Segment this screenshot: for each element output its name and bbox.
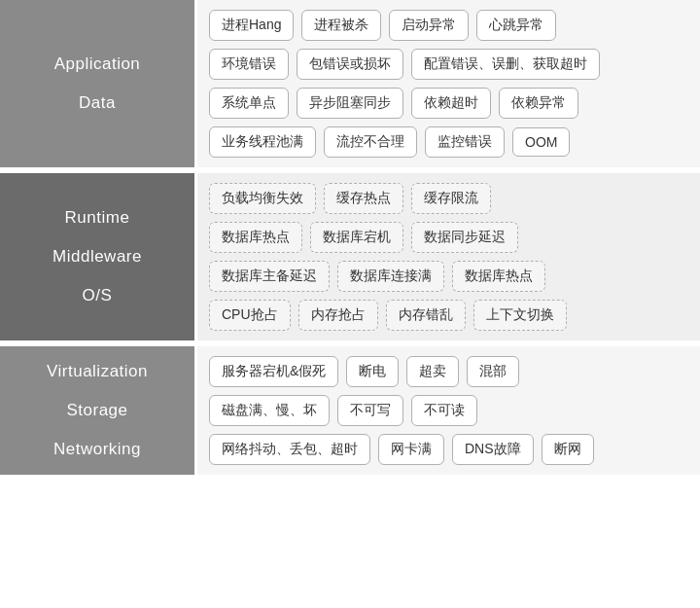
label-data: Data xyxy=(79,93,116,113)
tag-yilai-yichang: 依赖异常 xyxy=(499,88,578,119)
tag-row-6: 数据库热点 数据库宕机 数据同步延迟 xyxy=(209,222,688,253)
tag-shujuku-redian: 数据库热点 xyxy=(209,222,302,253)
label-col-runtime-os: Runtime Middleware O/S xyxy=(0,173,194,340)
tag-bao-cuowu: 包错误或损坏 xyxy=(297,49,403,80)
tag-fuwuqi-zongjuan: 服务器宕机&假死 xyxy=(209,356,338,387)
tag-row-8: CPU抢占 内存抢占 内存错乱 上下文切换 xyxy=(209,300,688,331)
tag-shujuku-redian2: 数据库热点 xyxy=(452,261,545,292)
section-app-data: Application Data 进程Hang 进程被杀 启动异常 心跳异常 环… xyxy=(0,0,700,170)
tag-row-3: 系统单点 异步阻塞同步 依赖超时 依赖异常 xyxy=(209,88,688,119)
tag-neicun-cuoluan: 内存错乱 xyxy=(386,300,466,331)
tag-shujuku-lianjie: 数据库连接满 xyxy=(337,261,444,292)
tag-neicun-qiangzhan: 内存抢占 xyxy=(298,300,378,331)
label-middleware: Middleware xyxy=(52,247,142,267)
tag-row-2: 环境错误 包错误或损坏 配置错误、误删、获取超时 xyxy=(209,49,688,80)
tag-peizhi-cuowu: 配置错误、误删、获取超时 xyxy=(411,49,600,80)
tag-fuzai-junheng: 负载均衡失效 xyxy=(209,183,316,214)
label-col-app-data: Application Data xyxy=(0,0,194,167)
tag-wangluo-doudong: 网络抖动、丢包、超时 xyxy=(209,434,370,465)
tag-row-7: 数据库主备延迟 数据库连接满 数据库热点 xyxy=(209,261,688,292)
tag-row-10: 磁盘满、慢、坏 不可写 不可读 xyxy=(209,395,688,426)
tag-jiankong-cuowu: 监控错误 xyxy=(425,126,505,158)
tag-yilai-chaoshi: 依赖超时 xyxy=(411,88,491,119)
tag-shuju-tongbu: 数据同步延迟 xyxy=(411,222,518,253)
content-col-runtime-os: 负载均衡失效 缓存热点 缓存限流 数据库热点 数据库宕机 数据同步延迟 数据库主… xyxy=(194,173,700,340)
tag-cpu-qiangzhan: CPU抢占 xyxy=(209,300,291,331)
section-virt-net: Virtualization Storage Networking 服务器宕机&… xyxy=(0,346,700,475)
label-virtualization: Virtualization xyxy=(47,362,148,381)
tag-huanjing-cuowu: 环境错误 xyxy=(209,49,289,80)
tag-duandian: 断电 xyxy=(346,356,399,387)
tag-huancun-redian: 缓存热点 xyxy=(324,183,403,214)
tag-row-9: 服务器宕机&假死 断电 超卖 混部 xyxy=(209,356,688,387)
content-col-virt-net: 服务器宕机&假死 断电 超卖 混部 磁盘满、慢、坏 不可写 不可读 网络抖动、丢… xyxy=(194,346,700,475)
tag-wangka-man: 网卡满 xyxy=(378,434,444,465)
label-application: Application xyxy=(54,54,141,74)
tag-liukong-buheli: 流控不合理 xyxy=(324,126,417,158)
tag-row-1: 进程Hang 进程被杀 启动异常 心跳异常 xyxy=(209,10,688,41)
label-runtime: Runtime xyxy=(65,208,130,228)
tag-jincheng-hang: 进程Hang xyxy=(209,10,294,41)
tag-huancun-xianliu: 缓存限流 xyxy=(411,183,491,214)
tag-yibu-zuse: 异步阻塞同步 xyxy=(297,88,403,119)
label-networking: Networking xyxy=(53,440,141,459)
tag-buke-xie: 不可写 xyxy=(337,395,403,426)
tag-shujuku-zongjuan: 数据库宕机 xyxy=(310,222,403,253)
tag-shangxia-wenqiehan: 上下文切换 xyxy=(473,300,567,331)
tag-shujuku-zhubei: 数据库主备延迟 xyxy=(209,261,330,292)
content-col-app-data: 进程Hang 进程被杀 启动异常 心跳异常 环境错误 包错误或损坏 配置错误、误… xyxy=(194,0,700,167)
tag-cipan-man: 磁盘满、慢、坏 xyxy=(209,395,330,426)
tag-oom: OOM xyxy=(512,127,570,157)
tag-jincheng-sha: 进程被杀 xyxy=(301,10,381,41)
tag-qidong-yichang: 启动异常 xyxy=(389,10,469,41)
tag-hunbu: 混部 xyxy=(467,356,519,387)
tag-xintiao-yichang: 心跳异常 xyxy=(476,10,556,41)
label-col-virt-net: Virtualization Storage Networking xyxy=(0,346,194,475)
tag-duanwang: 断网 xyxy=(542,434,594,465)
main-container: Application Data 进程Hang 进程被杀 启动异常 心跳异常 环… xyxy=(0,0,700,475)
section-runtime-os: Runtime Middleware O/S 负载均衡失效 缓存热点 缓存限流 … xyxy=(0,173,700,343)
tag-dns-guzhang: DNS故障 xyxy=(452,434,534,465)
tag-row-11: 网络抖动、丢包、超时 网卡满 DNS故障 断网 xyxy=(209,434,688,465)
label-os: O/S xyxy=(83,286,113,305)
tag-row-4: 业务线程池满 流控不合理 监控错误 OOM xyxy=(209,126,688,158)
tag-yewu-xiancheng: 业务线程池满 xyxy=(209,126,316,158)
tag-chaomai: 超卖 xyxy=(406,356,459,387)
tag-buke-du: 不可读 xyxy=(411,395,477,426)
label-storage: Storage xyxy=(66,401,127,420)
tag-xitong-dandian: 系统单点 xyxy=(209,88,289,119)
tag-row-5: 负载均衡失效 缓存热点 缓存限流 xyxy=(209,183,688,214)
